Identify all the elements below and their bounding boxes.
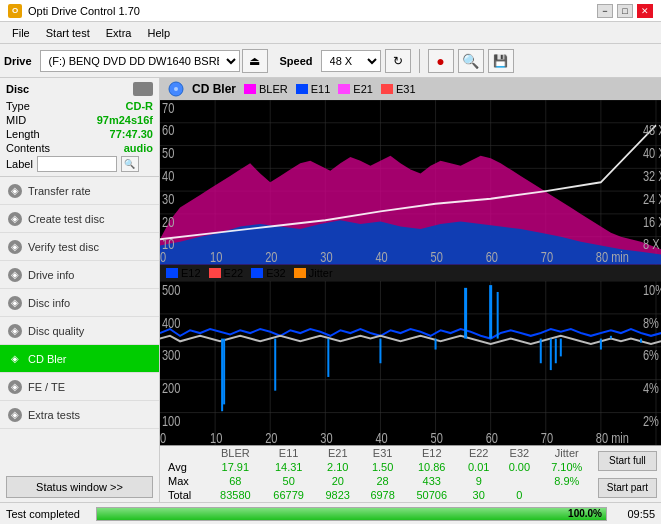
status-window-button[interactable]: Status window >>: [6, 476, 153, 498]
create-test-disc-icon: ◈: [8, 212, 22, 226]
speed-select[interactable]: 48 X: [321, 50, 381, 72]
stats-avg-e12: 10.86: [405, 460, 458, 474]
app-title: Opti Drive Control 1.70: [28, 5, 140, 17]
legend-e22-label: E22: [224, 267, 244, 279]
disc-quality-icon: ◈: [8, 324, 22, 338]
stats-max-label: Max: [160, 474, 209, 488]
stats-total-bler: 83580: [209, 488, 262, 502]
drive-select[interactable]: (F:) BENQ DVD DD DW1640 BSRB: [40, 50, 240, 72]
toolbar-separator: [419, 49, 420, 73]
sidebar-item-create-test-disc[interactable]: ◈ Create test disc: [0, 205, 159, 233]
disc-type-row: Type CD-R: [6, 100, 153, 112]
maximize-button[interactable]: □: [617, 4, 633, 18]
svg-text:200: 200: [162, 379, 180, 396]
sidebar-item-transfer-rate[interactable]: ◈ Transfer rate: [0, 177, 159, 205]
cd-bler-icon: ◈: [8, 352, 22, 366]
svg-text:32 X: 32 X: [643, 169, 661, 185]
disc-title: Disc: [6, 83, 29, 95]
start-full-button[interactable]: Start full: [598, 451, 657, 471]
nav-label-cd-bler: CD Bler: [28, 353, 67, 365]
stats-total-e11: 66779: [262, 488, 315, 502]
sidebar-item-cd-bler[interactable]: ◈ CD Bler: [0, 345, 159, 373]
sidebar-item-extra-tests[interactable]: ◈ Extra tests: [0, 401, 159, 429]
title-bar: O Opti Drive Control 1.70 − □ ✕: [0, 0, 661, 22]
stats-header-e21: E21: [315, 446, 360, 460]
stats-avg-jitter: 7.10%: [540, 460, 594, 474]
svg-point-1: [174, 87, 178, 91]
stats-total-e21: 9823: [315, 488, 360, 502]
verify-test-disc-icon: ◈: [8, 240, 22, 254]
stats-header-empty: [160, 446, 209, 460]
main-content: Disc Type CD-R MID 97m24s16f Length 77:4…: [0, 78, 661, 502]
stats-max-e11: 50: [262, 474, 315, 488]
sidebar-item-drive-info[interactable]: ◈ Drive info: [0, 261, 159, 289]
chart-disc-icon: [168, 81, 184, 97]
speed-label: Speed: [280, 55, 313, 67]
close-button[interactable]: ✕: [637, 4, 653, 18]
sidebar-item-disc-quality[interactable]: ◈ Disc quality: [0, 317, 159, 345]
svg-text:20: 20: [265, 429, 277, 445]
stats-avg-e31: 1.50: [360, 460, 405, 474]
stats-header-e11: E11: [262, 446, 315, 460]
scan-button[interactable]: 🔍: [458, 49, 484, 73]
legend-e31: E31: [381, 83, 416, 95]
burn-button[interactable]: ●: [428, 49, 454, 73]
menu-extra[interactable]: Extra: [98, 25, 140, 41]
stats-avg-label: Avg: [160, 460, 209, 474]
sidebar-item-fe-te[interactable]: ◈ FE / TE: [0, 373, 159, 401]
svg-text:2%: 2%: [643, 412, 659, 429]
refresh-button[interactable]: ↻: [385, 49, 411, 73]
svg-text:80 min: 80 min: [596, 429, 629, 445]
stats-max-e31: 28: [360, 474, 405, 488]
nav-label-create-test-disc: Create test disc: [28, 213, 104, 225]
legend-e12: E12: [166, 267, 201, 279]
fe-te-icon: ◈: [8, 380, 22, 394]
stats-max-e22: 9: [458, 474, 499, 488]
stats-header-bler: BLER: [209, 446, 262, 460]
menu-file[interactable]: File: [4, 25, 38, 41]
legend-e31-label: E31: [396, 83, 416, 95]
svg-text:8 X: 8 X: [643, 237, 660, 253]
start-part-button[interactable]: Start part: [598, 478, 657, 498]
stats-header-jitter: Jitter: [540, 446, 594, 460]
sidebar-item-disc-info[interactable]: ◈ Disc info: [0, 289, 159, 317]
nav-label-verify-test-disc: Verify test disc: [28, 241, 99, 253]
disc-label-input[interactable]: [37, 156, 117, 172]
label-search-button[interactable]: 🔍: [121, 156, 139, 172]
legend-jitter: Jitter: [294, 267, 333, 279]
svg-text:50: 50: [431, 429, 443, 445]
svg-text:0: 0: [160, 429, 166, 445]
sidebar-item-verify-test-disc[interactable]: ◈ Verify test disc: [0, 233, 159, 261]
left-panel: Disc Type CD-R MID 97m24s16f Length 77:4…: [0, 78, 160, 502]
minimize-button[interactable]: −: [597, 4, 613, 18]
svg-text:24 X: 24 X: [643, 192, 661, 208]
stats-header-e31: E31: [360, 446, 405, 460]
stats-table: BLER E11 E21 E31 E12 E22 E32 Jitter: [160, 446, 594, 502]
drive-select-container: (F:) BENQ DVD DD DW1640 BSRB ⏏: [40, 49, 268, 73]
save-button[interactable]: 💾: [488, 49, 514, 73]
svg-text:50: 50: [162, 146, 174, 162]
legend-e12-color: [166, 268, 178, 278]
legend-bler-label: BLER: [259, 83, 288, 95]
svg-text:50: 50: [431, 250, 443, 265]
svg-text:10%: 10%: [643, 281, 661, 298]
menu-start-test[interactable]: Start test: [38, 25, 98, 41]
legend-bler-color: [244, 84, 256, 94]
menu-help[interactable]: Help: [139, 25, 178, 41]
disc-contents-value: audio: [124, 142, 153, 154]
disc-mid-label: MID: [6, 114, 26, 126]
stats-max-e21: 20: [315, 474, 360, 488]
toolbar: Drive (F:) BENQ DVD DD DW1640 BSRB ⏏ Spe…: [0, 44, 661, 78]
lower-chart-legend: E12 E22 E32 Jitter: [160, 265, 661, 281]
stats-header-e22: E22: [458, 446, 499, 460]
svg-text:0: 0: [160, 250, 166, 265]
stats-row-max: Max 68 50 20 28 433 9 8.9%: [160, 474, 594, 488]
svg-text:6%: 6%: [643, 346, 659, 363]
legend-e32-color: [251, 268, 263, 278]
eject-button[interactable]: ⏏: [242, 49, 268, 73]
legend-bler: BLER: [244, 83, 288, 95]
drive-info-icon: ◈: [8, 268, 22, 282]
disc-length-label: Length: [6, 128, 40, 140]
svg-text:100: 100: [162, 412, 180, 429]
menu-bar: File Start test Extra Help: [0, 22, 661, 44]
